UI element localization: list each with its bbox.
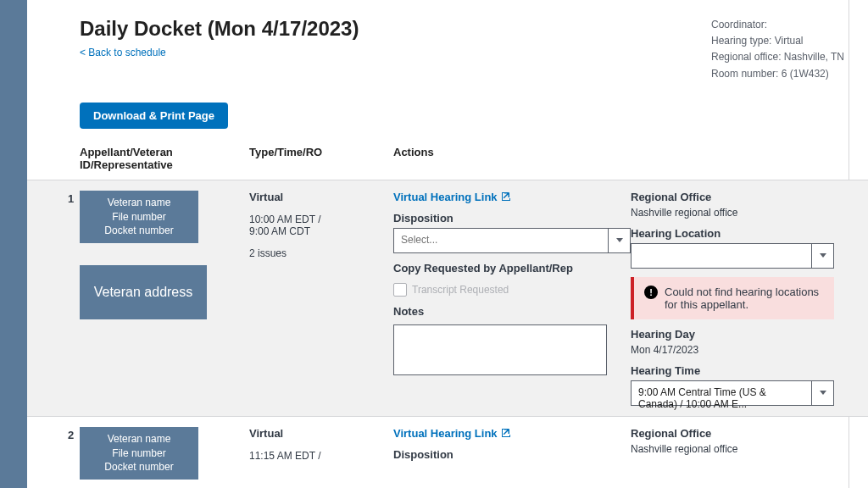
hearing-location-value [631, 243, 812, 269]
virtual-hearing-link[interactable]: Virtual Hearing Link [393, 191, 511, 203]
hearing-time-value: 9:00 AM Central Time (US & Canada) / 10:… [631, 380, 812, 406]
hearing-time-select[interactable]: 9:00 AM Central Time (US & Canada) / 10:… [631, 380, 834, 406]
virtual-link-label: Virtual Hearing Link [393, 427, 498, 440]
error-icon: ! [644, 286, 658, 299]
hearing-location-select[interactable] [631, 243, 834, 269]
meta-regional-office: Regional office: Nashville, TN [711, 49, 844, 65]
ro-label: Regional Office [631, 427, 834, 440]
col-header-type: Type/Time/RO [249, 146, 393, 171]
disposition-value: Select... [393, 228, 609, 253]
docket-meta: Coordinator: Hearing type: Virtual Regio… [711, 17, 844, 82]
row-number: 1 [68, 192, 74, 205]
copy-requested-label: Copy Requested by Appellant/Rep [393, 262, 631, 274]
hearing-time-text: 10:00 AM EDT / 9:00 AM CDT [249, 214, 393, 237]
ro-value: Nashville regional office [631, 443, 834, 455]
external-link-icon [501, 428, 511, 438]
ro-label: Regional Office [631, 191, 834, 203]
veteran-address-box: Veteran address [80, 265, 207, 319]
issue-count: 2 issues [249, 247, 393, 259]
table-header: Appellant/Veteran ID/Representative Type… [27, 129, 868, 180]
hearing-type: Virtual [249, 427, 393, 440]
chevron-down-icon [820, 391, 826, 395]
docket-row: 1 Veteran name File number Docket number… [27, 180, 868, 416]
veteran-info-box: Veteran name File number Docket number [80, 427, 198, 480]
chevron-down-icon [820, 253, 826, 258]
hearing-time-text: 11:15 AM EDT / [249, 450, 393, 462]
page-title: Daily Docket (Mon 4/17/2023) [80, 17, 359, 41]
error-text: Could not find hearing locations for thi… [665, 286, 824, 311]
hearing-day-label: Hearing Day [631, 328, 834, 341]
meta-coordinator: Coordinator: [711, 17, 844, 33]
external-link-icon [501, 191, 511, 202]
virtual-link-label: Virtual Hearing Link [393, 191, 498, 203]
notes-textarea[interactable] [393, 324, 607, 375]
disposition-label: Disposition [393, 212, 631, 225]
disposition-select[interactable]: Select... [393, 228, 631, 253]
transcript-checkbox[interactable] [393, 283, 407, 297]
hearing-time-label: Hearing Time [631, 364, 834, 377]
hearing-type: Virtual [249, 191, 393, 203]
col-header-appellant: Appellant/Veteran ID/Representative [80, 146, 249, 171]
transcript-label: Transcript Requested [412, 284, 509, 296]
col-header-actions: Actions [393, 146, 631, 171]
hearing-location-dropdown-button[interactable] [812, 243, 834, 269]
veteran-info-box: Veteran name File number Docket number [80, 191, 198, 243]
location-error-alert: ! Could not find hearing locations for t… [631, 277, 834, 319]
chevron-down-icon [616, 238, 623, 242]
meta-hearing-type: Hearing type: Virtual [711, 33, 844, 49]
ro-value: Nashville regional office [631, 207, 834, 219]
virtual-hearing-link[interactable]: Virtual Hearing Link [393, 427, 511, 440]
disposition-dropdown-button[interactable] [609, 228, 631, 253]
meta-room-number: Room number: 6 (1W432) [711, 66, 844, 82]
hearing-location-label: Hearing Location [631, 227, 834, 240]
notes-label: Notes [393, 305, 631, 318]
left-rail [0, 0, 27, 488]
download-print-button[interactable]: Download & Print Page [80, 103, 228, 129]
back-to-schedule-link[interactable]: < Back to schedule [80, 47, 166, 58]
row-number: 2 [68, 429, 74, 441]
disposition-label: Disposition [393, 448, 631, 461]
hearing-day-value: Mon 4/17/2023 [631, 344, 834, 356]
docket-row: 2 Veteran name File number Docket number… [27, 416, 868, 488]
hearing-time-dropdown-button[interactable] [812, 380, 834, 406]
